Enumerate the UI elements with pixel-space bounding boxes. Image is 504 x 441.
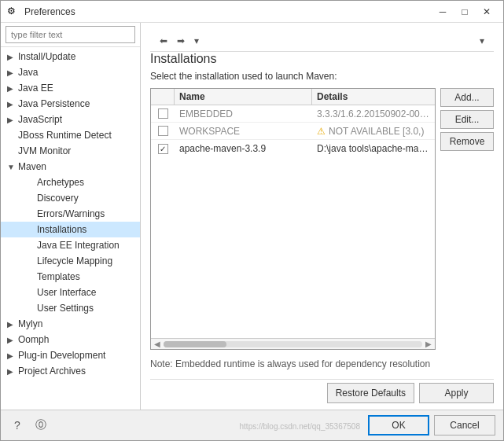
tree-arrow-java: ▶: [7, 68, 17, 77]
installations-table: Name Details EMBEDDED3.3.3/1.6.2.2015090…: [150, 88, 436, 350]
checkbox-embedded[interactable]: [158, 108, 168, 119]
table-row-workspace[interactable]: WORKSPACE⚠NOT AVAILABLE [3.0,): [151, 123, 435, 140]
nav-dropdown-button[interactable]: ▾: [191, 34, 202, 48]
left-panel: ▶Install/Update▶Java▶Java EE▶Java Persis…: [1, 23, 141, 410]
tree-label-archetypes: Archetypes: [37, 177, 84, 188]
tree-arrow-project-archives: ▶: [7, 367, 17, 376]
tree-item-user-settings[interactable]: User Settings: [1, 300, 140, 316]
nav-more-button[interactable]: ▾: [476, 34, 487, 48]
tree-item-user-interface[interactable]: User Interface: [1, 285, 140, 300]
table-row-embedded[interactable]: EMBEDDED3.3.3/1.6.2.20150902-0001: [151, 105, 435, 123]
tree: ▶Install/Update▶Java▶Java EE▶Java Persis…: [1, 47, 140, 410]
tree-item-plugin-development[interactable]: ▶Plug-in Development: [1, 347, 140, 363]
maximize-button[interactable]: □: [454, 4, 475, 20]
cancel-button[interactable]: Cancel: [434, 415, 495, 435]
bottom-buttons-row: Restore Defaults Apply: [150, 379, 494, 410]
row-check-workspace[interactable]: [151, 124, 175, 138]
tree-item-mylyn[interactable]: ▶Mylyn: [1, 316, 140, 332]
tree-arrow-plugin-development: ▶: [7, 351, 17, 360]
tree-item-installations[interactable]: Installations: [1, 222, 140, 237]
watermark: https://blog.csdn.net/qq_35367508: [129, 421, 363, 431]
help-button[interactable]: ?: [9, 417, 26, 434]
dialog-icons: ? ⓪: [9, 417, 124, 434]
apply-button[interactable]: Apply: [419, 383, 494, 403]
scroll-right-arrow[interactable]: ▶: [424, 340, 433, 348]
tree-item-discovery[interactable]: Discovery: [1, 190, 140, 206]
panel-title: Installations: [150, 52, 494, 66]
nav-row: ⬅ ➡ ▾ ▾: [150, 31, 494, 52]
tree-arrow-java-ee: ▶: [7, 84, 17, 93]
tree-label-oomph: Oomph: [18, 334, 49, 345]
tree-item-java-persistence[interactable]: ▶Java Persistence: [1, 96, 140, 112]
ok-button[interactable]: OK: [368, 415, 429, 435]
info-button[interactable]: ⓪: [32, 417, 50, 434]
tree-item-install-update[interactable]: ▶Install/Update: [1, 49, 140, 64]
table-row-apache-maven[interactable]: apache-maven-3.3.9D:\java tools\apache-m…: [151, 140, 435, 157]
right-panel: ⬅ ➡ ▾ ▾ Installations Select the install…: [141, 23, 503, 410]
checkbox-apache-maven[interactable]: [158, 144, 168, 154]
scroll-track[interactable]: [164, 341, 422, 347]
tree-label-java: Java: [18, 67, 38, 78]
row-name-embedded: EMBEDDED: [175, 107, 312, 121]
tree-arrow-mylyn: ▶: [7, 320, 17, 329]
title-bar: ⚙ Preferences ─ □ ✕: [1, 1, 503, 23]
table-header: Name Details: [151, 89, 435, 105]
tree-item-java[interactable]: ▶Java: [1, 64, 140, 80]
window-icon: ⚙: [7, 6, 20, 18]
tree-item-javascript[interactable]: ▶JavaScript: [1, 112, 140, 127]
tree-item-jboss-runtime[interactable]: JBoss Runtime Detect: [1, 127, 140, 143]
nav-back-button[interactable]: ⬅: [156, 34, 171, 48]
tree-item-java-ee-int[interactable]: Java EE Integration: [1, 237, 140, 253]
minimize-button[interactable]: ─: [432, 4, 453, 20]
restore-defaults-button[interactable]: Restore Defaults: [327, 383, 414, 403]
tree-arrow-maven: ▼: [7, 163, 17, 171]
warning-icon-workspace: ⚠: [317, 126, 326, 137]
table-body: EMBEDDED3.3.3/1.6.2.20150902-0001WORKSPA…: [151, 105, 435, 338]
tree-label-plugin-development: Plug-in Development: [18, 350, 105, 361]
tree-label-java-ee-int: Java EE Integration: [37, 240, 120, 251]
header-name: Name: [175, 89, 312, 105]
dialog-bottom: ? ⓪ https://blog.csdn.net/qq_35367508 OK…: [1, 410, 503, 440]
row-name-workspace: WORKSPACE: [175, 124, 312, 138]
note-area: Note: Embedded runtime is always used fo…: [150, 355, 494, 377]
checkbox-workspace[interactable]: [158, 126, 168, 136]
table-and-buttons: Name Details EMBEDDED3.3.3/1.6.2.2015090…: [150, 88, 494, 350]
tree-label-user-interface: User Interface: [37, 287, 96, 298]
scroll-thumb[interactable]: [164, 341, 226, 347]
filter-input[interactable]: [6, 26, 135, 43]
close-button[interactable]: ✕: [476, 4, 497, 20]
row-check-embedded[interactable]: [151, 107, 175, 120]
nav-forward-button[interactable]: ➡: [174, 34, 188, 48]
tree-label-maven: Maven: [18, 161, 46, 172]
tree-item-errors-warnings[interactable]: Errors/Warnings: [1, 206, 140, 222]
add-button[interactable]: Add...: [440, 88, 494, 107]
tree-label-javascript: JavaScript: [18, 114, 62, 125]
tree-item-java-ee[interactable]: ▶Java EE: [1, 80, 140, 96]
tree-label-jvm-monitor: JVM Monitor: [18, 145, 71, 156]
tree-item-project-archives[interactable]: ▶Project Archives: [1, 363, 140, 379]
filter-box: [1, 23, 140, 47]
row-check-apache-maven[interactable]: [151, 142, 175, 156]
tree-item-maven[interactable]: ▼Maven: [1, 159, 140, 175]
tree-item-archetypes[interactable]: Archetypes: [1, 175, 140, 190]
edit-button[interactable]: Edit...: [440, 110, 494, 129]
side-buttons: Add... Edit... Remove: [440, 88, 494, 350]
tree-item-templates[interactable]: Templates: [1, 269, 140, 285]
tree-item-lifecycle-mapping[interactable]: Lifecycle Mapping: [1, 253, 140, 269]
tree-item-jvm-monitor[interactable]: JVM Monitor: [1, 143, 140, 159]
row-details-workspace: ⚠NOT AVAILABLE [3.0,): [312, 124, 435, 138]
installations-area: Name Details EMBEDDED3.3.3/1.6.2.2015090…: [150, 88, 494, 410]
table-scrollbar[interactable]: ◀ ▶: [151, 338, 435, 349]
note-text: Note: Embedded runtime is always used fo…: [150, 358, 430, 369]
tree-label-install-update: Install/Update: [18, 51, 75, 62]
tree-item-oomph[interactable]: ▶Oomph: [1, 332, 140, 347]
remove-button[interactable]: Remove: [440, 132, 494, 151]
tree-label-errors-warnings: Errors/Warnings: [37, 208, 105, 219]
panel-description: Select the installation used to launch M…: [150, 71, 494, 82]
tree-label-java-ee: Java EE: [18, 83, 53, 94]
tree-label-templates: Templates: [37, 271, 80, 282]
row-details-apache-maven: D:\java tools\apache-maven-: [312, 141, 435, 156]
tree-label-jboss-runtime: JBoss Runtime Detect: [18, 130, 112, 141]
tree-label-discovery: Discovery: [37, 193, 79, 204]
scroll-left-arrow[interactable]: ◀: [153, 340, 162, 348]
